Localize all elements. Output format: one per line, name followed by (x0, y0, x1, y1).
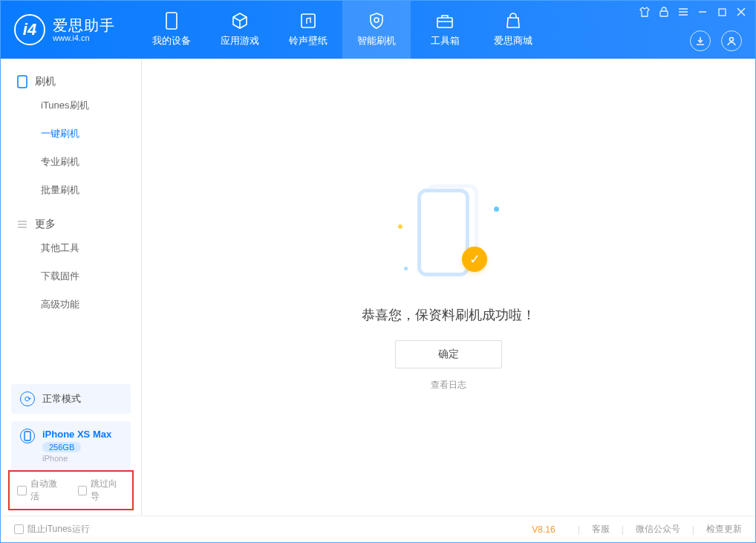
sidebar-checks: 自动激活 跳过向导 (8, 470, 134, 510)
sidebar-item-itunes[interactable]: iTunes刷机 (1, 91, 141, 120)
sidebar: 刷机 iTunes刷机 一键刷机 专业刷机 批量刷机 更多 其他工具 下载固件 … (1, 59, 142, 516)
check-label: 自动激活 (30, 478, 65, 503)
footer-right: V8.16 | 客服 | 微信公众号 | 检查更新 (532, 523, 742, 536)
sidebar-section-more: 更多 (1, 212, 141, 234)
device-card[interactable]: iPhone XS Max 256GB iPhone (11, 421, 131, 470)
logo-icon: i4 (14, 14, 45, 45)
version-label: V8.16 (532, 524, 555, 535)
sidebar-item-pro[interactable]: 专业刷机 (1, 148, 141, 176)
device-type: iPhone (42, 454, 111, 463)
logo-text: 爱思助手 www.i4.cn (53, 17, 115, 42)
close-button[interactable] (734, 5, 748, 19)
check-label: 跳过向导 (91, 478, 125, 503)
sidebar-item-oneclick[interactable]: 一键刷机 (1, 120, 141, 148)
bag-icon (504, 12, 522, 30)
svg-rect-1 (302, 14, 315, 27)
phone-front-icon (417, 189, 469, 276)
header: i4 爱思助手 www.i4.cn 我的设备 应用游戏 铃声壁纸 智能刷机 工具… (1, 1, 755, 59)
sparkle-icon (398, 224, 403, 229)
sidebar-item-advanced[interactable]: 高级功能 (1, 290, 141, 319)
svg-rect-7 (18, 76, 27, 88)
mode-label: 正常模式 (42, 392, 81, 406)
view-log-link[interactable]: 查看日志 (431, 379, 466, 391)
svg-rect-3 (437, 18, 452, 27)
nav-label: 爱思商城 (494, 34, 532, 48)
separator: | (578, 524, 580, 535)
toolbox-icon (436, 12, 454, 30)
menu-icon[interactable] (677, 5, 690, 19)
top-nav: 我的设备 应用游戏 铃声壁纸 智能刷机 工具箱 爱思商城 (137, 1, 547, 59)
update-link[interactable]: 检查更新 (706, 523, 742, 536)
check-block-itunes[interactable]: 阻止iTunes运行 (14, 523, 90, 536)
footer: 阻止iTunes运行 V8.16 | 客服 | 微信公众号 | 检查更新 (1, 516, 755, 542)
nav-label: 智能刷机 (357, 34, 396, 48)
svg-rect-4 (660, 11, 668, 16)
music-icon (299, 12, 317, 30)
phone-icon (17, 75, 27, 88)
main-content: ✓ 恭喜您，保资料刷机成功啦！ 确定 查看日志 (142, 59, 755, 516)
cube-icon (231, 12, 249, 30)
ok-button[interactable]: 确定 (395, 340, 502, 368)
body: 刷机 iTunes刷机 一键刷机 专业刷机 批量刷机 更多 其他工具 下载固件 … (1, 59, 755, 516)
header-actions (690, 30, 742, 51)
device-capacity: 256GB (42, 442, 81, 452)
section-label: 更多 (35, 218, 56, 231)
svg-point-6 (730, 38, 734, 42)
section-label: 刷机 (35, 75, 56, 88)
nav-label: 应用游戏 (221, 34, 259, 48)
shield-icon (368, 12, 385, 30)
check-badge-icon: ✓ (462, 247, 487, 272)
support-link[interactable]: 客服 (592, 523, 610, 536)
check-auto-activate[interactable]: 自动激活 (17, 478, 65, 503)
device-name: iPhone XS Max (42, 429, 111, 440)
nav-ringtones[interactable]: 铃声壁纸 (274, 1, 342, 59)
svg-rect-5 (719, 9, 726, 16)
shirt-icon[interactable] (638, 5, 651, 19)
nav-toolbox[interactable]: 工具箱 (411, 1, 479, 59)
nav-my-device[interactable]: 我的设备 (137, 1, 206, 59)
success-message: 恭喜您，保资料刷机成功啦！ (362, 306, 535, 324)
nav-label: 工具箱 (431, 34, 460, 48)
sidebar-item-other[interactable]: 其他工具 (1, 234, 141, 262)
sidebar-section-flash: 刷机 (1, 69, 141, 91)
minimize-button[interactable] (696, 5, 709, 19)
sparkle-icon (404, 267, 408, 270)
wechat-link[interactable]: 微信公众号 (636, 523, 680, 536)
lock-icon[interactable] (657, 5, 671, 19)
mode-card[interactable]: ⟳ 正常模式 (11, 384, 131, 414)
window-controls (638, 5, 748, 19)
svg-rect-8 (25, 432, 30, 440)
nav-apps[interactable]: 应用游戏 (206, 1, 274, 59)
download-icon[interactable] (690, 30, 711, 51)
success-illustration: ✓ (397, 184, 501, 288)
check-skip-guide[interactable]: 跳过向导 (78, 478, 126, 503)
separator: | (622, 524, 624, 535)
checkbox-icon (78, 486, 88, 495)
app-site: www.i4.cn (53, 33, 115, 42)
sidebar-item-batch[interactable]: 批量刷机 (1, 176, 141, 204)
logo[interactable]: i4 爱思助手 www.i4.cn (14, 14, 115, 45)
user-icon[interactable] (721, 30, 742, 51)
footer-left: 阻止iTunes运行 (14, 523, 90, 536)
check-label: 阻止iTunes运行 (27, 523, 90, 536)
maximize-button[interactable] (715, 5, 729, 19)
separator: | (692, 524, 694, 535)
nav-flash[interactable]: 智能刷机 (342, 1, 411, 59)
nav-store[interactable]: 爱思商城 (479, 1, 547, 59)
checkbox-icon (17, 486, 27, 495)
device-icon (20, 429, 35, 443)
list-icon (17, 220, 27, 229)
refresh-icon: ⟳ (20, 391, 35, 406)
sidebar-item-firmware[interactable]: 下载固件 (1, 262, 141, 290)
nav-label: 我的设备 (152, 34, 191, 48)
app-title: 爱思助手 (53, 17, 115, 33)
device-info: iPhone XS Max 256GB iPhone (42, 429, 111, 463)
svg-point-2 (374, 18, 379, 22)
checkbox-icon (14, 524, 24, 534)
svg-rect-0 (166, 13, 177, 29)
sparkle-icon (494, 207, 499, 212)
device-icon (163, 12, 180, 30)
nav-label: 铃声壁纸 (289, 34, 328, 48)
device-cards: ⟳ 正常模式 iPhone XS Max 256GB iPhone (11, 384, 131, 470)
